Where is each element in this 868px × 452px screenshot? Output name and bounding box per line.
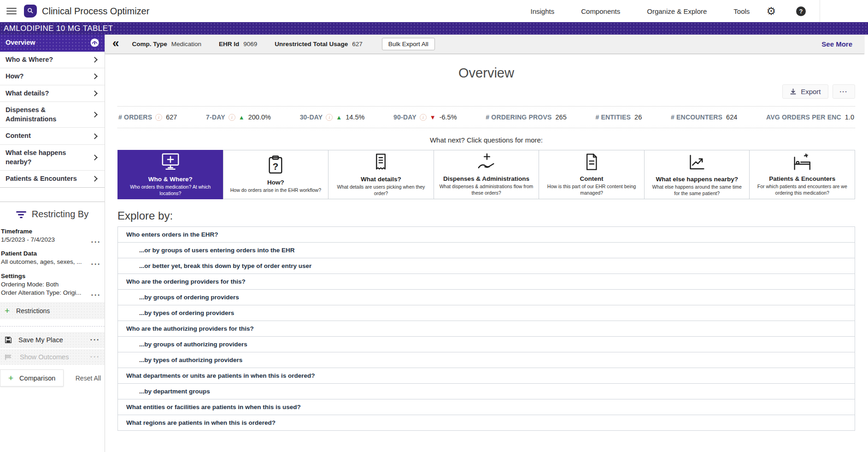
comp-type-value: Medication <box>171 41 201 48</box>
explore-item[interactable]: What entities or facilities are patients… <box>117 399 855 415</box>
export-button[interactable]: Export <box>782 84 828 99</box>
card-subtitle: How is this part of our EHR content bein… <box>544 184 639 196</box>
stat-value: 14.5% <box>346 113 364 121</box>
card-patients-encounters[interactable]: Patients & Encounters For which patients… <box>749 150 855 199</box>
filter-timeframe[interactable]: Timeframe1/5/2023 - 7/4/2023··· <box>0 224 105 246</box>
card-dispenses-administrations[interactable]: Dispenses & Administrations What dispens… <box>434 150 540 199</box>
show-outcomes-button[interactable]: Show Outcomes ··· <box>0 349 105 365</box>
sidebar-item-overview[interactable]: Overview <box>0 35 105 52</box>
nav-item-components[interactable]: Components <box>581 7 620 15</box>
explore-item-label: ...or by groups of users entering orders… <box>139 247 295 254</box>
explore-item[interactable]: ...by groups of authorizing providers <box>117 336 855 352</box>
info-icon[interactable]: i <box>420 114 427 121</box>
more-options-icon[interactable]: ··· <box>91 293 101 297</box>
info-icon[interactable]: i <box>326 114 333 121</box>
sidebar-item-what-else-happens-nearby[interactable]: What else happens nearby? <box>0 145 105 171</box>
what-next-text: What next? Click questions for more: <box>117 136 855 144</box>
usage-value: 627 <box>352 41 363 48</box>
explore-item-label: Who are the ordering providers for this? <box>126 278 246 285</box>
explore-item-label: What entities or facilities are patients… <box>126 404 301 410</box>
nav-item-tools[interactable]: Tools <box>733 7 750 15</box>
explore-item[interactable]: What regions are patients in when this i… <box>117 415 855 431</box>
nav-item-insights[interactable]: Insights <box>531 7 555 15</box>
info-icon[interactable]: i <box>155 114 162 121</box>
comparison-button[interactable]: + Comparison <box>0 369 64 387</box>
stat-value: -6.5% <box>440 113 457 121</box>
stat-7-day: 7-DAYi▲ 200.0% <box>206 113 271 121</box>
explore-item[interactable]: ...or better yet, break this down by typ… <box>117 258 855 274</box>
receipt-icon <box>372 153 389 173</box>
collapse-sidebar-button[interactable]: « <box>112 38 119 48</box>
filter-settings[interactable]: SettingsOrdering Mode: BothOrder Alterat… <box>0 269 105 300</box>
question-cards-row: Who & Where? Who orders this medication?… <box>117 150 855 199</box>
reset-all-button[interactable]: Reset All <box>76 375 101 382</box>
more-actions-button[interactable]: ··· <box>833 84 856 99</box>
explore-item[interactable]: ...by types of ordering providers <box>117 305 855 321</box>
trend-down-icon: ▼ <box>430 114 436 120</box>
filter-patient-data[interactable]: Patient DataAll outcomes, ages, sexes, .… <box>0 246 105 268</box>
info-icon[interactable]: i <box>229 114 235 121</box>
stats-row: # ORDERSi 627 7-DAYi▲ 200.0% 30-DAYi▲ 14… <box>117 106 855 128</box>
more-options-icon[interactable]: ··· <box>90 338 100 342</box>
explore-item[interactable]: Who enters orders in the EHR? <box>117 226 855 243</box>
sidebar-item-dispenses-administrations[interactable]: Dispenses & Administrations <box>0 102 105 128</box>
more-options-icon[interactable]: ··· <box>91 240 101 244</box>
filter-label: Settings <box>1 272 101 280</box>
top-bar: Clinical Process Optimizer InsightsCompo… <box>0 0 868 22</box>
stat-label: # ENCOUNTERS <box>671 113 722 121</box>
sidebar-item-content[interactable]: Content <box>0 128 105 145</box>
more-options-icon[interactable]: ··· <box>90 355 100 359</box>
explore-item[interactable]: ...or by groups of users entering orders… <box>117 242 855 258</box>
card-content[interactable]: Content How is this part of our EHR cont… <box>539 150 645 199</box>
stat-entities: # ENTITIES 26 <box>595 113 642 121</box>
sidebar-item-patients-encounters[interactable]: Patients & Encounters <box>0 171 105 188</box>
card-how[interactable]: ? How? How do orders arise in the EHR wo… <box>223 150 329 199</box>
stat-label: 30-DAY <box>300 113 323 121</box>
hand-plus-icon <box>476 153 497 173</box>
bulk-export-all-button[interactable]: Bulk Export All <box>382 38 435 50</box>
hamburger-menu-icon[interactable] <box>6 8 17 14</box>
nav-item-organize-explore[interactable]: Organize & Explore <box>647 7 707 15</box>
card-title: Patients & Encounters <box>769 175 835 182</box>
chevron-right-icon <box>92 57 98 63</box>
sidebar-item-what-details[interactable]: What details? <box>0 85 105 102</box>
card-title: What details? <box>361 176 401 183</box>
card-what-details[interactable]: What details? What details are users pic… <box>328 150 434 199</box>
add-restrictions-button[interactable]: + Restrictions <box>0 302 105 319</box>
save-my-place-button[interactable]: Save My Place ··· <box>0 332 105 348</box>
stat-label: # ORDERING PROVS <box>486 113 551 121</box>
card-who-where[interactable]: Who & Where? Who orders this medication?… <box>117 150 223 199</box>
explore-item[interactable]: ...by groups of ordering providers <box>117 289 855 305</box>
explore-item-label: Who are the authorizing providers for th… <box>126 325 254 332</box>
sidebar-item-how[interactable]: How? <box>0 68 105 85</box>
explore-item[interactable]: Who are the ordering providers for this? <box>117 274 855 290</box>
outcomes-icon <box>5 354 13 361</box>
help-icon[interactable]: ? <box>796 6 806 16</box>
sidebar-item-who-where[interactable]: Who & Where? <box>0 52 105 69</box>
comparison-row: + Comparison Reset All <box>0 365 105 387</box>
explore-item[interactable]: ...by department groups <box>117 383 855 399</box>
topbar-divider <box>820 0 820 22</box>
card-subtitle: For which patients and encounters are we… <box>754 184 850 196</box>
stat-value: 627 <box>166 113 177 121</box>
explore-item-label: ...or better yet, break this down by typ… <box>139 262 311 269</box>
explore-item[interactable]: ...by types of authorizing providers <box>117 352 855 368</box>
explore-heading: Explore by: <box>117 209 855 222</box>
filter-label: Timeframe <box>1 227 101 236</box>
settings-gear-icon[interactable]: ⚙ <box>766 6 776 17</box>
stat-value: 265 <box>556 113 567 121</box>
card-title: Dispenses & Administrations <box>443 175 529 182</box>
usage-label: Unrestricted Total Usage <box>275 41 348 48</box>
explore-item[interactable]: What departments or units are patients i… <box>117 368 855 384</box>
explore-item[interactable]: Who are the authorizing providers for th… <box>117 321 855 337</box>
filter-value: 1/5/2023 - 7/4/2023 <box>1 236 55 244</box>
sidebar-item-label: What else happens nearby? <box>6 149 93 167</box>
sidebar-divider <box>0 326 105 327</box>
app-logo <box>24 5 37 18</box>
filter-value: Ordering Mode: Both <box>1 280 101 289</box>
see-more-link[interactable]: See More <box>821 40 852 48</box>
card-what-else-happens-nearby[interactable]: What else happens nearby? What else happ… <box>644 150 750 199</box>
stat-label: 90-DAY <box>393 113 416 121</box>
ehr-id-label: EHR Id <box>219 41 239 48</box>
more-options-icon[interactable]: ··· <box>91 262 101 266</box>
